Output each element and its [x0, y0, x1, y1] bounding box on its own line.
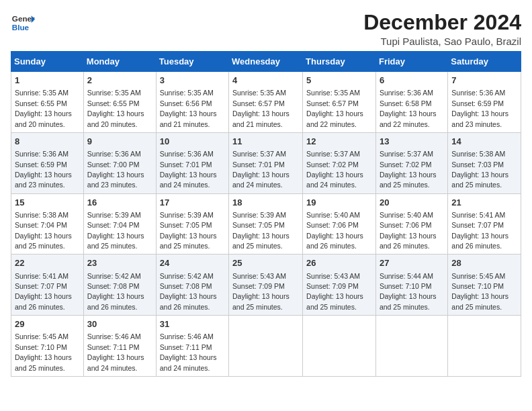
calendar-cell: 26Sunrise: 5:43 AM Sunset: 7:09 PM Dayli…: [303, 255, 376, 316]
calendar-header-thursday: Thursday: [303, 52, 376, 72]
day-info: Sunrise: 5:35 AM Sunset: 6:57 PM Dayligh…: [306, 89, 363, 128]
calendar-cell: 20Sunrise: 5:40 AM Sunset: 7:06 PM Dayli…: [375, 193, 447, 255]
calendar-cell: 9Sunrise: 5:36 AM Sunset: 7:00 PM Daylig…: [83, 132, 156, 193]
calendar-header-sunday: Sunday: [11, 52, 84, 72]
calendar-cell: 27Sunrise: 5:44 AM Sunset: 7:10 PM Dayli…: [375, 255, 447, 316]
calendar-header-friday: Friday: [375, 52, 447, 72]
day-number: 2: [87, 75, 152, 87]
calendar-header-wednesday: Wednesday: [229, 52, 303, 72]
day-info: Sunrise: 5:39 AM Sunset: 7:05 PM Dayligh…: [232, 211, 290, 250]
calendar-body: 1Sunrise: 5:35 AM Sunset: 6:55 PM Daylig…: [11, 72, 521, 377]
calendar-cell: 14Sunrise: 5:38 AM Sunset: 7:03 PM Dayli…: [448, 132, 521, 193]
day-number: 4: [232, 75, 299, 87]
calendar-cell: 28Sunrise: 5:45 AM Sunset: 7:10 PM Dayli…: [448, 255, 521, 316]
calendar-cell: 22Sunrise: 5:41 AM Sunset: 7:07 PM Dayli…: [11, 255, 84, 316]
calendar-header-monday: Monday: [83, 52, 156, 72]
day-number: 29: [15, 318, 80, 330]
day-number: 7: [451, 75, 517, 87]
day-number: 9: [87, 136, 152, 148]
calendar-cell: [303, 316, 376, 377]
day-info: Sunrise: 5:45 AM Sunset: 7:10 PM Dayligh…: [15, 332, 72, 371]
calendar-cell: 6Sunrise: 5:36 AM Sunset: 6:58 PM Daylig…: [375, 72, 447, 133]
day-info: Sunrise: 5:40 AM Sunset: 7:06 PM Dayligh…: [306, 211, 363, 250]
day-info: Sunrise: 5:43 AM Sunset: 7:09 PM Dayligh…: [306, 272, 363, 311]
calendar-week-2: 8Sunrise: 5:36 AM Sunset: 6:59 PM Daylig…: [11, 132, 521, 193]
day-info: Sunrise: 5:36 AM Sunset: 7:00 PM Dayligh…: [87, 150, 144, 189]
calendar-header-row: SundayMondayTuesdayWednesdayThursdayFrid…: [11, 52, 521, 72]
day-info: Sunrise: 5:43 AM Sunset: 7:09 PM Dayligh…: [232, 272, 290, 311]
calendar-week-4: 22Sunrise: 5:41 AM Sunset: 7:07 PM Dayli…: [11, 255, 521, 316]
day-number: 17: [160, 197, 225, 209]
calendar-cell: 24Sunrise: 5:42 AM Sunset: 7:08 PM Dayli…: [156, 255, 228, 316]
day-number: 5: [306, 75, 372, 87]
day-number: 31: [160, 318, 225, 330]
calendar-cell: 3Sunrise: 5:35 AM Sunset: 6:56 PM Daylig…: [156, 72, 228, 133]
day-info: Sunrise: 5:46 AM Sunset: 7:11 PM Dayligh…: [87, 332, 144, 371]
day-number: 6: [380, 75, 444, 87]
calendar-cell: 1Sunrise: 5:35 AM Sunset: 6:55 PM Daylig…: [11, 72, 84, 133]
day-number: 10: [160, 136, 225, 148]
day-number: 14: [451, 136, 517, 148]
calendar-cell: 23Sunrise: 5:42 AM Sunset: 7:08 PM Dayli…: [83, 255, 156, 316]
day-info: Sunrise: 5:39 AM Sunset: 7:05 PM Dayligh…: [160, 211, 217, 250]
location-subtitle: Tupi Paulista, Sao Paulo, Brazil: [363, 36, 521, 47]
calendar-cell: [448, 316, 521, 377]
day-info: Sunrise: 5:38 AM Sunset: 7:03 PM Dayligh…: [451, 150, 508, 189]
title-area: December 2024 Tupi Paulista, Sao Paulo, …: [363, 11, 521, 47]
calendar-cell: 16Sunrise: 5:39 AM Sunset: 7:04 PM Dayli…: [83, 193, 156, 255]
calendar-cell: 15Sunrise: 5:38 AM Sunset: 7:04 PM Dayli…: [11, 193, 84, 255]
header: General Blue December 2024 Tupi Paulista…: [11, 11, 521, 47]
day-number: 21: [451, 197, 517, 209]
calendar-header-tuesday: Tuesday: [156, 52, 228, 72]
calendar-cell: 4Sunrise: 5:35 AM Sunset: 6:57 PM Daylig…: [229, 72, 303, 133]
day-info: Sunrise: 5:36 AM Sunset: 7:01 PM Dayligh…: [160, 150, 217, 189]
calendar-cell: 29Sunrise: 5:45 AM Sunset: 7:10 PM Dayli…: [11, 316, 84, 377]
day-number: 19: [306, 197, 372, 209]
day-info: Sunrise: 5:35 AM Sunset: 6:56 PM Dayligh…: [160, 89, 217, 128]
calendar-cell: 30Sunrise: 5:46 AM Sunset: 7:11 PM Dayli…: [83, 316, 156, 377]
day-info: Sunrise: 5:36 AM Sunset: 6:59 PM Dayligh…: [451, 89, 508, 128]
calendar: SundayMondayTuesdayWednesdayThursdayFrid…: [11, 51, 521, 377]
calendar-week-1: 1Sunrise: 5:35 AM Sunset: 6:55 PM Daylig…: [11, 72, 521, 133]
day-number: 3: [160, 75, 225, 87]
day-info: Sunrise: 5:35 AM Sunset: 6:55 PM Dayligh…: [87, 89, 144, 128]
calendar-cell: [375, 316, 447, 377]
calendar-cell: 17Sunrise: 5:39 AM Sunset: 7:05 PM Dayli…: [156, 193, 228, 255]
day-number: 20: [380, 197, 444, 209]
month-title: December 2024: [363, 11, 521, 34]
logo: General Blue: [11, 11, 35, 35]
day-info: Sunrise: 5:42 AM Sunset: 7:08 PM Dayligh…: [87, 272, 144, 311]
calendar-week-5: 29Sunrise: 5:45 AM Sunset: 7:10 PM Dayli…: [11, 316, 521, 377]
calendar-cell: 21Sunrise: 5:41 AM Sunset: 7:07 PM Dayli…: [448, 193, 521, 255]
day-info: Sunrise: 5:35 AM Sunset: 6:57 PM Dayligh…: [232, 89, 290, 128]
day-number: 27: [380, 257, 444, 269]
day-number: 1: [15, 75, 80, 87]
day-info: Sunrise: 5:39 AM Sunset: 7:04 PM Dayligh…: [87, 211, 144, 250]
day-info: Sunrise: 5:35 AM Sunset: 6:55 PM Dayligh…: [15, 89, 72, 128]
calendar-cell: 11Sunrise: 5:37 AM Sunset: 7:01 PM Dayli…: [229, 132, 303, 193]
calendar-cell: 2Sunrise: 5:35 AM Sunset: 6:55 PM Daylig…: [83, 72, 156, 133]
logo-icon: General Blue: [11, 11, 35, 35]
day-info: Sunrise: 5:37 AM Sunset: 7:02 PM Dayligh…: [380, 150, 437, 189]
day-info: Sunrise: 5:37 AM Sunset: 7:01 PM Dayligh…: [232, 150, 290, 189]
day-number: 15: [15, 197, 80, 209]
day-number: 18: [232, 197, 299, 209]
day-info: Sunrise: 5:46 AM Sunset: 7:11 PM Dayligh…: [160, 332, 217, 371]
day-info: Sunrise: 5:45 AM Sunset: 7:10 PM Dayligh…: [451, 272, 508, 311]
day-number: 12: [306, 136, 372, 148]
day-number: 22: [15, 257, 80, 269]
day-info: Sunrise: 5:37 AM Sunset: 7:02 PM Dayligh…: [306, 150, 363, 189]
day-info: Sunrise: 5:36 AM Sunset: 6:58 PM Dayligh…: [380, 89, 437, 128]
calendar-cell: 12Sunrise: 5:37 AM Sunset: 7:02 PM Dayli…: [303, 132, 376, 193]
day-number: 8: [15, 136, 80, 148]
calendar-cell: 19Sunrise: 5:40 AM Sunset: 7:06 PM Dayli…: [303, 193, 376, 255]
day-info: Sunrise: 5:42 AM Sunset: 7:08 PM Dayligh…: [160, 272, 217, 311]
day-number: 25: [232, 257, 299, 269]
day-info: Sunrise: 5:36 AM Sunset: 6:59 PM Dayligh…: [15, 150, 72, 189]
day-number: 13: [380, 136, 444, 148]
calendar-cell: 5Sunrise: 5:35 AM Sunset: 6:57 PM Daylig…: [303, 72, 376, 133]
calendar-cell: [229, 316, 303, 377]
calendar-cell: 10Sunrise: 5:36 AM Sunset: 7:01 PM Dayli…: [156, 132, 228, 193]
day-info: Sunrise: 5:41 AM Sunset: 7:07 PM Dayligh…: [15, 272, 72, 311]
calendar-cell: 8Sunrise: 5:36 AM Sunset: 6:59 PM Daylig…: [11, 132, 84, 193]
